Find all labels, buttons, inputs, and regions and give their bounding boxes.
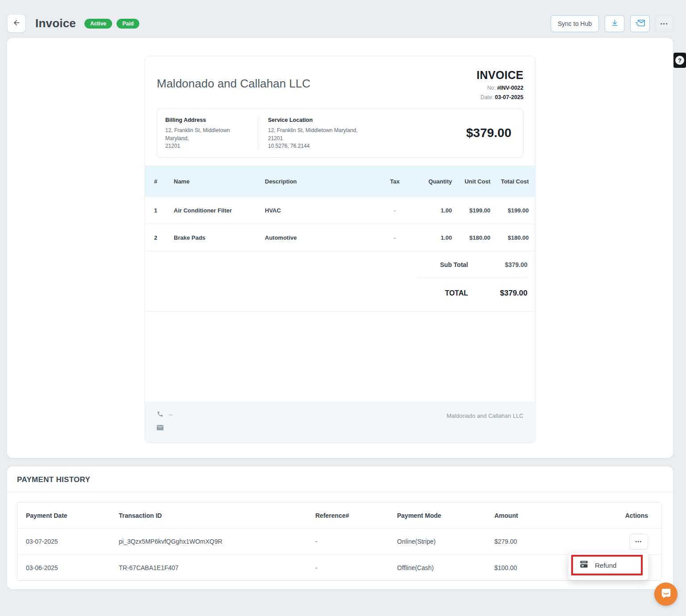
item-total-cost: $180.00 bbox=[490, 234, 529, 241]
more-dots-icon: ••• bbox=[661, 21, 669, 26]
status-badge-active: Active bbox=[84, 19, 112, 29]
invoice-preview-card: Maldonado and Callahan LLC INVOICE No: #… bbox=[7, 38, 673, 458]
col-transaction-id: Transaction ID bbox=[119, 512, 315, 519]
footer-phone-value: -- bbox=[169, 412, 172, 418]
chat-launcher-button[interactable] bbox=[654, 583, 678, 606]
total-value: $379.00 bbox=[468, 289, 527, 298]
company-name: Maldonado and Callahan LLC bbox=[157, 77, 310, 100]
back-arrow-icon bbox=[13, 19, 21, 28]
total-label: TOTAL bbox=[445, 289, 468, 297]
phone-icon bbox=[157, 411, 163, 419]
billing-address-title: Billing Address bbox=[165, 116, 251, 124]
chat-smile-icon bbox=[660, 587, 672, 601]
more-dots-icon: ••• bbox=[635, 539, 642, 544]
page-title: Invoice bbox=[35, 17, 76, 30]
line-items-table: # Name Description Tax Quantity Unit Cos… bbox=[145, 166, 535, 251]
col-number: # bbox=[154, 178, 174, 185]
col-amount: Amount bbox=[494, 512, 592, 519]
invoice-date-value: 03-07-2025 bbox=[495, 94, 523, 100]
help-widget[interactable]: ? bbox=[673, 53, 686, 68]
invoice-doc-title: INVOICE bbox=[477, 69, 523, 82]
col-quantity: Quantity bbox=[413, 178, 452, 185]
refund-menu-item[interactable]: Refund bbox=[571, 555, 643, 575]
item-number: 2 bbox=[154, 234, 174, 241]
more-options-button[interactable]: ••• bbox=[656, 15, 673, 32]
payment-amount: $279.00 bbox=[494, 538, 592, 545]
payment-date: 03-07-2025 bbox=[26, 538, 119, 545]
address-box: Billing Address 12, Franklin St, Middlet… bbox=[157, 108, 523, 158]
service-location-line1: 12, Franklin St, Middletown Maryland, bbox=[268, 127, 365, 134]
subtotal-value: $379.00 bbox=[468, 261, 527, 268]
item-number: 1 bbox=[154, 207, 174, 214]
invoice-number-value: #INV-0022 bbox=[497, 85, 523, 91]
item-name: Brake Pads bbox=[174, 234, 265, 241]
send-email-button[interactable] bbox=[630, 15, 650, 32]
send-email-icon bbox=[636, 19, 645, 28]
payment-date: 03-06-2025 bbox=[26, 564, 119, 571]
footer-phone: -- bbox=[157, 411, 172, 419]
payment-history-header: Payment Date Transaction ID Reference# P… bbox=[17, 503, 661, 529]
col-total-cost: Total Cost bbox=[490, 177, 529, 186]
billing-address: Billing Address 12, Franklin St, Middlet… bbox=[165, 116, 258, 150]
totals-section: Sub Total $379.00 TOTAL $379.00 bbox=[145, 251, 535, 308]
question-mark-icon: ? bbox=[675, 56, 684, 65]
reference: - bbox=[315, 564, 397, 571]
col-name: Name bbox=[174, 178, 265, 185]
line-item-row: 1 Air Conditioner Filter HVAC - 1.00 $19… bbox=[145, 197, 535, 224]
row-actions-button[interactable]: ••• bbox=[629, 534, 648, 549]
invoice-page: Invoice Active Paid Sync to Hub ••• bbox=[0, 0, 686, 616]
invoice-number-label: No: bbox=[487, 85, 496, 91]
col-description: Description bbox=[265, 178, 377, 185]
transaction-id: TR-67CABA1E1F407 bbox=[119, 564, 315, 571]
sync-to-hub-button[interactable]: Sync to Hub bbox=[551, 15, 599, 32]
payment-row: 03-07-2025 pi_3Qzx5MP6kvfQGghx1WOmXQ9R -… bbox=[17, 529, 661, 554]
service-location-title: Service Location bbox=[268, 116, 365, 124]
col-reference: Reference# bbox=[315, 512, 397, 519]
refund-menu-label: Refund bbox=[595, 562, 616, 569]
footer-email bbox=[157, 425, 172, 432]
footer-company-name: Maldonado and Callahan LLC bbox=[447, 412, 523, 432]
item-tax: - bbox=[377, 207, 413, 214]
subtotal-label: Sub Total bbox=[440, 261, 468, 268]
invoice-number: No: #INV-0022 bbox=[477, 85, 523, 91]
invoice-document: Maldonado and Callahan LLC INVOICE No: #… bbox=[145, 56, 535, 443]
item-name: Air Conditioner Filter bbox=[174, 207, 265, 214]
item-total-cost: $199.00 bbox=[490, 207, 529, 214]
payment-row: 03-06-2025 TR-67CABA1E1F407 - Offline(Ca… bbox=[17, 554, 661, 580]
col-payment-date: Payment Date bbox=[26, 512, 119, 519]
col-unit-cost: Unit Cost bbox=[452, 177, 490, 186]
invoice-amount: $379.00 bbox=[365, 116, 515, 150]
back-button[interactable] bbox=[7, 14, 25, 33]
item-unit-cost: $199.00 bbox=[452, 207, 490, 214]
mail-icon bbox=[157, 425, 163, 432]
status-badge-paid: Paid bbox=[117, 19, 139, 29]
item-description: HVAC bbox=[265, 207, 377, 214]
col-actions: Actions bbox=[592, 512, 648, 519]
refund-cash-register-icon bbox=[580, 560, 588, 570]
item-unit-cost: $180.00 bbox=[452, 234, 490, 241]
actions-dropdown-menu: Refund bbox=[568, 552, 648, 580]
download-icon bbox=[611, 19, 619, 29]
payment-history-title: PAYMENT HISTORY bbox=[7, 466, 673, 492]
topbar-actions: Sync to Hub ••• bbox=[551, 15, 673, 32]
item-quantity: 1.00 bbox=[413, 234, 452, 241]
service-location: Service Location 12, Franklin St, Middle… bbox=[258, 116, 365, 150]
download-button[interactable] bbox=[605, 15, 624, 32]
line-items-header: # Name Description Tax Quantity Unit Cos… bbox=[145, 166, 535, 197]
topbar: Invoice Active Paid Sync to Hub ••• bbox=[7, 14, 673, 33]
billing-address-line2: 21201 bbox=[165, 142, 251, 150]
payment-mode: Offline(Cash) bbox=[397, 564, 494, 571]
reference: - bbox=[315, 538, 397, 545]
payment-history-table: Payment Date Transaction ID Reference# P… bbox=[17, 502, 661, 581]
invoice-date: Date: 03-07-2025 bbox=[477, 94, 523, 100]
col-tax: Tax bbox=[377, 178, 413, 185]
item-description: Automotive bbox=[265, 234, 377, 241]
line-item-row: 2 Brake Pads Automotive - 1.00 $180.00 $… bbox=[145, 224, 535, 251]
invoice-doc-footer: -- Maldonado and Callahan LLC bbox=[145, 402, 535, 442]
item-tax: - bbox=[377, 234, 413, 241]
invoice-date-label: Date: bbox=[481, 94, 494, 100]
service-location-coords: 10.5276, 76.2144 bbox=[268, 142, 365, 150]
transaction-id: pi_3Qzx5MP6kvfQGghx1WOmXQ9R bbox=[119, 538, 315, 545]
item-quantity: 1.00 bbox=[413, 207, 452, 214]
payment-mode: Online(Stripe) bbox=[397, 538, 494, 545]
